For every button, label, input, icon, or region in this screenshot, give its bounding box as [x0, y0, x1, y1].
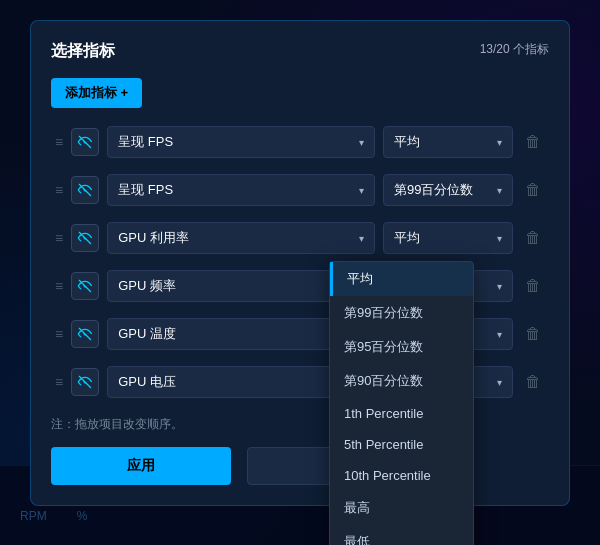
- metric-type-select-3[interactable]: 平均 ▾: [383, 222, 513, 254]
- drag-handle-icon[interactable]: ≡: [55, 230, 63, 246]
- chevron-down-icon: ▾: [497, 281, 502, 292]
- dropdown-option-5th[interactable]: 5th Percentile: [330, 429, 473, 460]
- dropdown-option-p90[interactable]: 第90百分位数: [330, 364, 473, 398]
- chevron-down-icon: ▾: [359, 185, 364, 196]
- metric-name-label-2: 呈现 FPS: [118, 181, 173, 199]
- drag-handle-icon[interactable]: ≡: [55, 326, 63, 342]
- table-row: ≡ GPU 利用率 ▾ 平均 ▾ 🗑: [51, 216, 549, 260]
- chevron-down-icon: ▾: [497, 185, 502, 196]
- metrics-count: 13/20 个指标: [480, 41, 549, 58]
- note-text: 注：拖放项目改变顺序。: [51, 416, 549, 433]
- dialog-footer: 应用: [51, 433, 549, 485]
- dropdown-option-10th[interactable]: 10th Percentile: [330, 460, 473, 491]
- add-metric-button[interactable]: 添加指标 +: [51, 78, 142, 108]
- type-dropdown-menu: 平均 第99百分位数 第95百分位数 第90百分位数 1th Percentil…: [329, 261, 474, 545]
- metric-visibility-icon[interactable]: [71, 272, 99, 300]
- metric-name-label-4: GPU 频率: [118, 277, 176, 295]
- metric-name-label-3: GPU 利用率: [118, 229, 189, 247]
- delete-metric-button-4[interactable]: 🗑: [521, 273, 545, 299]
- delete-metric-button-5[interactable]: 🗑: [521, 321, 545, 347]
- chevron-down-icon: ▾: [497, 233, 502, 244]
- chevron-down-icon: ▾: [497, 137, 502, 148]
- metric-visibility-icon[interactable]: [71, 320, 99, 348]
- metrics-list: ≡ 呈现 FPS ▾ 平均 ▾ 🗑 ≡: [51, 120, 549, 404]
- delete-metric-button-3[interactable]: 🗑: [521, 225, 545, 251]
- metric-type-label-3: 平均: [394, 229, 420, 247]
- dropdown-option-max[interactable]: 最高: [330, 491, 473, 525]
- modal-overlay: 选择指标 添加指标 + 13/20 个指标 ≡ 呈现 FPS ▾ 平均 ▾: [0, 0, 600, 545]
- chevron-down-icon: ▾: [497, 329, 502, 340]
- delete-metric-button-1[interactable]: 🗑: [521, 129, 545, 155]
- dropdown-option-p95[interactable]: 第95百分位数: [330, 330, 473, 364]
- table-row: ≡ 呈现 FPS ▾ 第99百分位数 ▾ 🗑: [51, 168, 549, 212]
- metric-name-select-1[interactable]: 呈现 FPS ▾: [107, 126, 375, 158]
- metric-name-select-2[interactable]: 呈现 FPS ▾: [107, 174, 375, 206]
- metric-name-label-1: 呈现 FPS: [118, 133, 173, 151]
- metric-type-select-4[interactable]: 平均 ▾ 平均 第99百分位数 第95百分位数 第90百分位数 1th Perc…: [383, 270, 513, 302]
- dropdown-option-average[interactable]: 平均: [330, 262, 473, 296]
- delete-metric-button-6[interactable]: 🗑: [521, 369, 545, 395]
- table-row: ≡ 呈现 FPS ▾ 平均 ▾ 🗑: [51, 120, 549, 164]
- drag-handle-icon[interactable]: ≡: [55, 182, 63, 198]
- metric-type-label-2: 第99百分位数: [394, 181, 473, 199]
- metric-name-label-6: GPU 电压: [118, 373, 176, 391]
- table-row: ≡ GPU 频率 ▾ 平均 ▾ 平均 第99百分位数: [51, 264, 549, 308]
- table-row: ≡ GPU 温度 ▾ 平均 ▾ 🗑: [51, 312, 549, 356]
- metric-name-select-3[interactable]: GPU 利用率 ▾: [107, 222, 375, 254]
- drag-handle-icon[interactable]: ≡: [55, 134, 63, 150]
- metric-type-label-1: 平均: [394, 133, 420, 151]
- drag-handle-icon[interactable]: ≡: [55, 374, 63, 390]
- chevron-down-icon: ▾: [359, 137, 364, 148]
- metric-visibility-icon[interactable]: [71, 224, 99, 252]
- table-row: ≡ GPU 电压 ▾ 平均 ▾ 🗑: [51, 360, 549, 404]
- dropdown-option-1th[interactable]: 1th Percentile: [330, 398, 473, 429]
- apply-button[interactable]: 应用: [51, 447, 231, 485]
- chevron-down-icon: ▾: [497, 377, 502, 388]
- dialog-title: 选择指标: [51, 41, 549, 62]
- select-metrics-dialog: 选择指标 添加指标 + 13/20 个指标 ≡ 呈现 FPS ▾ 平均 ▾: [30, 20, 570, 506]
- metric-visibility-icon[interactable]: [71, 176, 99, 204]
- dropdown-option-p99[interactable]: 第99百分位数: [330, 296, 473, 330]
- metric-type-select-1[interactable]: 平均 ▾: [383, 126, 513, 158]
- metric-type-select-2[interactable]: 第99百分位数 ▾: [383, 174, 513, 206]
- metric-name-label-5: GPU 温度: [118, 325, 176, 343]
- chevron-down-icon: ▾: [359, 233, 364, 244]
- drag-handle-icon[interactable]: ≡: [55, 278, 63, 294]
- metric-visibility-icon[interactable]: [71, 368, 99, 396]
- delete-metric-button-2[interactable]: 🗑: [521, 177, 545, 203]
- metric-visibility-icon[interactable]: [71, 128, 99, 156]
- dropdown-option-min[interactable]: 最低: [330, 525, 473, 545]
